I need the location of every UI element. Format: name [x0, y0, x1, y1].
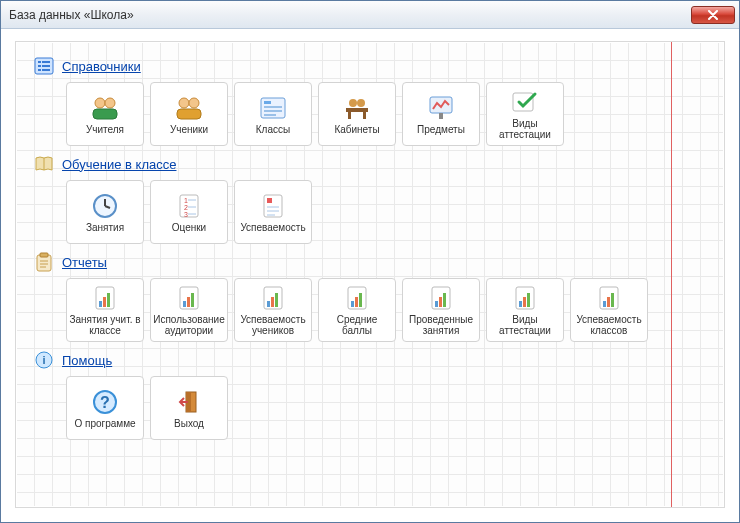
tile-progress[interactable]: Успеваемость — [234, 180, 312, 244]
svg-rect-12 — [177, 109, 201, 119]
tile-about[interactable]: ? О программе — [66, 376, 144, 440]
tile-label: Классы — [256, 124, 290, 135]
tile-report-student-progress[interactable]: Успеваемость учеников — [234, 278, 312, 342]
tile-report-lessons-teacher[interactable]: Занятия учит. в классе — [66, 278, 144, 342]
svg-rect-60 — [351, 301, 354, 307]
tile-label: Выход — [174, 418, 204, 429]
grid-background: Справочники Учителя Ученики — [15, 41, 725, 508]
tile-grades[interactable]: 123 Оценки — [150, 180, 228, 244]
tile-rooms[interactable]: Кабинеты — [318, 82, 396, 146]
tile-lessons[interactable]: Занятия — [66, 180, 144, 244]
svg-rect-73 — [607, 297, 610, 307]
tiles-row: ? О программе Выход — [66, 376, 712, 440]
svg-rect-3 — [38, 65, 41, 67]
tile-label: О программе — [74, 418, 135, 429]
section-header[interactable]: Отчеты — [34, 252, 712, 272]
tile-report-avg[interactable]: Средние баллы — [318, 278, 396, 342]
tile-label: Успеваемость учеников — [237, 314, 309, 336]
clock-icon — [89, 192, 121, 220]
tile-report-class-progress[interactable]: Успеваемость классов — [570, 278, 648, 342]
section-header[interactable]: i Помощь — [34, 350, 712, 370]
tile-label: Проведенные занятия — [405, 314, 477, 336]
tile-label: Ученики — [170, 124, 208, 135]
report-chart-icon — [89, 284, 121, 312]
section-title: Отчеты — [62, 255, 107, 270]
clipboard-icon — [34, 252, 54, 272]
svg-rect-65 — [439, 297, 442, 307]
section-reports: Отчеты Занятия учит. в классе Использова… — [34, 252, 712, 342]
tile-label: Средние баллы — [321, 314, 393, 336]
svg-point-7 — [95, 98, 105, 108]
svg-rect-70 — [527, 293, 530, 307]
svg-rect-20 — [363, 112, 366, 119]
section-title: Помощь — [62, 353, 112, 368]
svg-rect-52 — [183, 301, 186, 307]
report-chart-icon — [593, 284, 625, 312]
form-icon — [257, 94, 289, 122]
svg-rect-64 — [435, 301, 438, 307]
tile-label: Виды аттестации — [489, 314, 561, 336]
svg-text:i: i — [42, 354, 45, 366]
students-icon — [173, 94, 205, 122]
svg-rect-69 — [523, 297, 526, 307]
svg-rect-53 — [187, 297, 190, 307]
svg-point-22 — [357, 99, 365, 107]
tiles-row: Учителя Ученики Классы — [66, 82, 712, 146]
tile-label: Использование аудитории — [153, 314, 225, 336]
tiles-row: Занятия учит. в классе Использование ауд… — [66, 278, 712, 342]
section-help: i Помощь ? О программе — [34, 350, 712, 440]
svg-rect-37 — [264, 195, 282, 217]
grades-icon: 123 — [173, 192, 205, 220]
svg-rect-1 — [38, 61, 41, 63]
svg-rect-9 — [93, 109, 117, 119]
svg-rect-25 — [513, 93, 533, 111]
svg-text:?: ? — [100, 394, 110, 411]
svg-rect-68 — [519, 301, 522, 307]
section-header[interactable]: Справочники — [34, 56, 712, 76]
question-icon: ? — [89, 388, 121, 416]
svg-rect-17 — [264, 114, 276, 116]
tile-label: Успеваемость классов — [573, 314, 645, 336]
svg-point-10 — [179, 98, 189, 108]
tile-report-rooms-usage[interactable]: Использование аудитории — [150, 278, 228, 342]
tile-report-attestation[interactable]: Виды аттестации — [486, 278, 564, 342]
title-bar: База данных «Школа» — [1, 1, 739, 29]
svg-rect-24 — [439, 113, 443, 119]
svg-rect-66 — [443, 293, 446, 307]
tile-classes[interactable]: Классы — [234, 82, 312, 146]
info-icon: i — [34, 350, 54, 370]
desk-icon — [341, 94, 373, 122]
tile-label: Оценки — [172, 222, 206, 233]
tile-label: Занятия учит. в классе — [69, 314, 141, 336]
book-icon — [34, 154, 54, 174]
client-area: Справочники Учителя Ученики — [1, 29, 739, 522]
exit-door-icon — [173, 388, 205, 416]
svg-rect-5 — [38, 69, 41, 71]
check-sheet-icon — [509, 88, 541, 116]
tile-label: Виды аттестации — [489, 118, 561, 140]
svg-rect-6 — [42, 69, 50, 71]
tile-attestation-types[interactable]: Виды аттестации — [486, 82, 564, 146]
svg-rect-58 — [275, 293, 278, 307]
svg-rect-62 — [359, 293, 362, 307]
svg-point-21 — [349, 99, 357, 107]
section-header[interactable]: Обучение в классе — [34, 154, 712, 174]
tile-teachers[interactable]: Учителя — [66, 82, 144, 146]
tile-students[interactable]: Ученики — [150, 82, 228, 146]
tile-exit[interactable]: Выход — [150, 376, 228, 440]
tile-label: Учителя — [86, 124, 124, 135]
tile-report-held-lessons[interactable]: Проведенные занятия — [402, 278, 480, 342]
close-button[interactable] — [691, 6, 735, 24]
tile-label: Занятия — [86, 222, 124, 233]
report-chart-icon — [257, 284, 289, 312]
report-chart-icon — [509, 284, 541, 312]
tiles-row: Занятия 123 Оценки Успеваемость — [66, 180, 712, 244]
section-reference: Справочники Учителя Ученики — [34, 56, 712, 146]
people-icon — [89, 94, 121, 122]
tile-subjects[interactable]: Предметы — [402, 82, 480, 146]
svg-rect-4 — [42, 65, 50, 67]
section-learning: Обучение в классе Занятия 123 Оценки — [34, 154, 712, 244]
svg-rect-16 — [264, 110, 282, 112]
svg-rect-50 — [107, 293, 110, 307]
svg-text:2: 2 — [184, 204, 188, 211]
